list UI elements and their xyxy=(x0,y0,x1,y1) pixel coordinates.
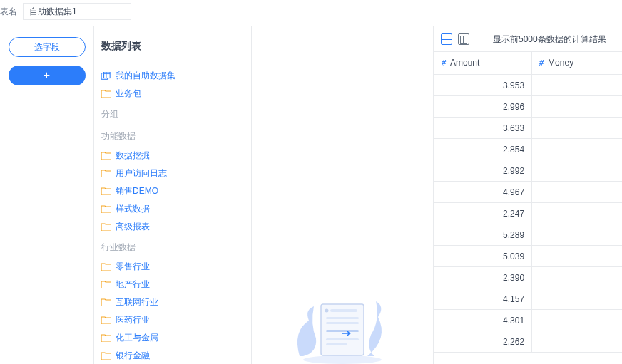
folder-label: 数据挖掘 xyxy=(116,150,150,162)
table-row[interactable]: 2,390 xyxy=(434,267,623,288)
folder-item[interactable]: 化工与金属 xyxy=(101,329,241,347)
table-row[interactable]: 5,289 xyxy=(434,224,623,246)
folder-label: 高级报表 xyxy=(116,221,150,233)
preview-table-wrap[interactable]: #Amount#Money 3,9532,9963,6332,8542,9924… xyxy=(434,51,622,364)
business-package-label: 业务包 xyxy=(116,88,141,100)
folder-icon xyxy=(101,187,111,195)
svg-rect-12 xyxy=(326,343,347,345)
business-package-item[interactable]: 业务包 xyxy=(101,85,241,103)
folder-item[interactable]: 样式数据 xyxy=(101,200,241,218)
cell-amount: 3,633 xyxy=(434,118,532,139)
grid-view-icon[interactable] xyxy=(441,33,452,45)
cell-amount: 5,039 xyxy=(434,246,532,267)
folder-label: 银行金融 xyxy=(116,350,150,362)
number-type-icon: # xyxy=(442,58,446,68)
svg-rect-10 xyxy=(326,330,359,332)
folder-icon xyxy=(101,316,111,324)
top-bar: 表名 xyxy=(0,0,622,26)
folder-icon xyxy=(101,263,111,271)
column-header[interactable]: #Money xyxy=(532,52,622,75)
folder-item[interactable]: 高级报表 xyxy=(101,218,241,236)
data-list-panel: 数据列表 我的自助数据集 业务包 分组 功能数据 数据挖掘用户访问日志销售DEM… xyxy=(94,26,251,364)
cell-money xyxy=(532,224,622,246)
folder-item[interactable]: 互联网行业 xyxy=(101,293,241,311)
table-row[interactable]: 2,992 xyxy=(434,160,623,182)
table-row[interactable]: 4,967 xyxy=(434,182,623,203)
table-row[interactable]: 2,996 xyxy=(434,96,623,118)
section-group-label: 分组 xyxy=(101,103,241,125)
cell-money xyxy=(532,246,622,267)
table-row[interactable]: 2,262 xyxy=(434,331,623,353)
folder-label: 化工与金属 xyxy=(116,332,158,344)
preview-table: #Amount#Money 3,9532,9963,6332,8542,9924… xyxy=(434,51,622,353)
column-name: Amount xyxy=(450,58,479,68)
cell-amount: 2,390 xyxy=(434,267,532,288)
folder-item[interactable]: 医药行业 xyxy=(101,311,241,329)
svg-rect-11 xyxy=(326,338,359,340)
cell-amount: 2,992 xyxy=(434,160,532,182)
column-header[interactable]: #Amount xyxy=(434,52,532,75)
cell-money xyxy=(532,267,622,288)
main-area: 选字段 + 数据列表 我的自助数据集 业务包 分组 功能数据 数据挖掘用户访问日… xyxy=(0,26,622,364)
folder-icon xyxy=(101,205,111,213)
my-dataset-item[interactable]: 我的自助数据集 xyxy=(101,67,241,85)
table-row[interactable]: 5,039 xyxy=(434,246,623,267)
svg-rect-9 xyxy=(326,322,359,324)
group-view-icon[interactable] xyxy=(458,33,469,45)
empty-state-illustration xyxy=(289,288,396,364)
preview-hint: 显示前5000条数据的计算结果 xyxy=(493,33,606,46)
svg-rect-1 xyxy=(104,72,111,78)
folder-item[interactable]: 地产行业 xyxy=(101,276,241,293)
table-name-input[interactable] xyxy=(23,3,131,20)
folder-label: 用户访问日志 xyxy=(116,167,167,180)
section-industry-label: 行业数据 xyxy=(101,236,241,258)
cell-amount: 3,953 xyxy=(434,75,532,96)
folder-label: 销售DEMO xyxy=(116,185,158,197)
dataset-icon xyxy=(101,72,111,80)
folder-item[interactable]: 销售DEMO xyxy=(101,182,241,200)
folder-item[interactable]: 用户访问日志 xyxy=(101,165,241,182)
folder-icon xyxy=(101,352,111,360)
svg-point-4 xyxy=(303,355,382,364)
number-type-icon: # xyxy=(539,58,544,68)
section-func-label: 功能数据 xyxy=(101,125,241,147)
svg-rect-8 xyxy=(326,317,359,319)
table-row[interactable]: 3,953 xyxy=(434,75,623,96)
cell-amount: 2,854 xyxy=(434,139,532,160)
cell-money xyxy=(532,203,622,224)
cell-money xyxy=(532,288,622,310)
cell-money xyxy=(532,331,622,353)
add-step-button[interactable]: + xyxy=(9,66,86,85)
cell-money xyxy=(532,75,622,96)
table-row[interactable]: 4,301 xyxy=(434,310,623,331)
folder-item[interactable]: 零售行业 xyxy=(101,258,241,276)
svg-point-6 xyxy=(325,309,329,313)
table-row[interactable]: 2,247 xyxy=(434,203,623,224)
table-row[interactable]: 3,633 xyxy=(434,118,623,139)
preview-panel: 显示前5000条数据的计算结果 #Amount#Money 3,9532,996… xyxy=(434,26,622,364)
step-panel: 选字段 + xyxy=(0,26,94,364)
toolbar-divider xyxy=(481,33,481,46)
folder-icon xyxy=(101,223,111,231)
folder-icon xyxy=(101,170,111,177)
cell-money xyxy=(532,139,622,160)
svg-rect-7 xyxy=(330,309,357,312)
folder-label: 医药行业 xyxy=(116,314,150,326)
cell-amount: 4,157 xyxy=(434,288,532,310)
table-row[interactable]: 4,157 xyxy=(434,288,623,310)
folder-label: 样式数据 xyxy=(116,203,150,215)
data-list-title: 数据列表 xyxy=(101,40,241,53)
cell-money xyxy=(532,118,622,139)
cell-amount: 4,301 xyxy=(434,310,532,331)
cell-amount: 5,289 xyxy=(434,224,532,246)
folder-item[interactable]: 银行金融 xyxy=(101,347,241,364)
cell-money xyxy=(532,96,622,118)
cell-amount: 2,996 xyxy=(434,96,532,118)
cell-amount: 2,262 xyxy=(434,331,532,353)
select-fields-button[interactable]: 选字段 xyxy=(9,37,86,57)
column-name: Money xyxy=(548,58,573,68)
cell-amount: 2,247 xyxy=(434,203,532,224)
folder-item[interactable]: 数据挖掘 xyxy=(101,147,241,165)
my-dataset-label: 我的自助数据集 xyxy=(116,70,175,82)
table-row[interactable]: 2,854 xyxy=(434,139,623,160)
